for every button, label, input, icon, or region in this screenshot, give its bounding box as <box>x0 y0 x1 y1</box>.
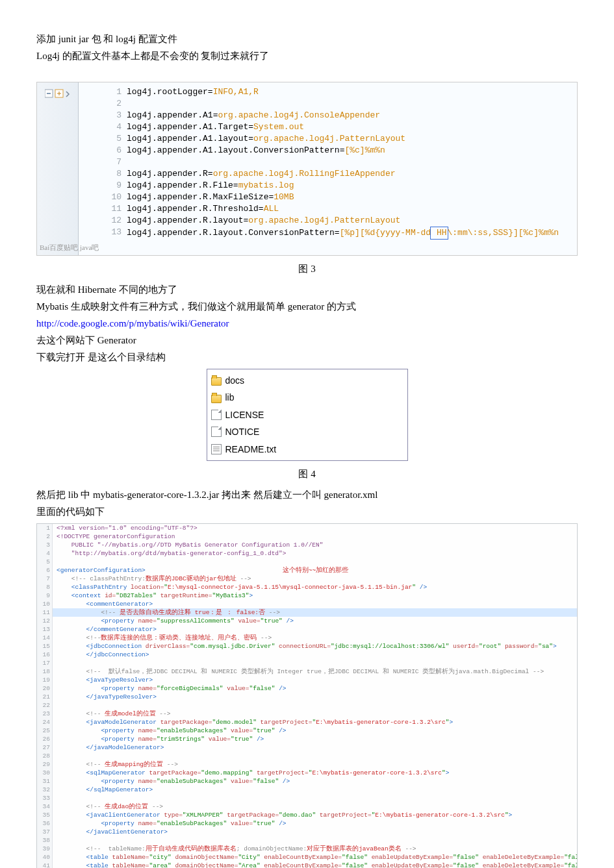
xml-line: <sqlMapGenerator targetPackage="demo.map… <box>53 769 449 777</box>
xml-line: <classPathEntry location="E:\mysql-conne… <box>53 583 427 591</box>
file-row[interactable]: NOTICE <box>211 423 403 440</box>
line-number: 31 <box>37 777 53 786</box>
xml-line: </jdbcConnection> <box>53 651 149 659</box>
xml-line: <property name="forceBigDecimals" value=… <box>53 684 287 693</box>
xml-line: </commentGenerator> <box>53 625 157 634</box>
generator-folder-listing: docslibLICENSENOTICEREADME.txt <box>207 369 408 461</box>
line-number: 1 <box>85 86 127 98</box>
line-number: 12 <box>85 215 127 227</box>
line-number: 11 <box>37 608 53 617</box>
figure-4-caption: 图 4 <box>36 466 578 482</box>
xml-line: <commentGenerator> <box>53 600 153 608</box>
file-name: NOTICE <box>225 425 260 439</box>
watermark-text: Bai百度贴吧 java吧 <box>40 242 99 254</box>
code-line: log4j.appender.A1=org.apache.log4j.Conso… <box>127 110 380 121</box>
line-number: 7 <box>85 156 127 168</box>
line-number: 9 <box>85 180 127 192</box>
xml-line <box>53 836 60 845</box>
xml-line: <table tableName="city" domainObjectName… <box>53 853 578 862</box>
line-number: 5 <box>37 558 53 566</box>
line-number: 13 <box>85 227 127 240</box>
log4j-code[interactable]: 1log4j.rootLogger=INFO,A1,R2 3log4j.appe… <box>85 82 577 243</box>
file-name: README.txt <box>225 442 277 456</box>
xml-line: <?xml version="1.0" encoding="UTF-8"?> <box>53 524 198 532</box>
xml-line: <property name="trimStrings" value="true… <box>53 735 264 743</box>
code-line: log4j.appender.R.File=mybatis.log <box>127 180 294 192</box>
line-number: 21 <box>37 693 53 701</box>
xml-line <box>53 701 60 710</box>
line-number: 5 <box>85 133 127 145</box>
line-number: 3 <box>37 541 53 549</box>
generator-url-link[interactable]: http://code.google.com/p/mybatis/wiki/Ge… <box>36 318 229 329</box>
xml-line: <generatorConfiguration> 这个特别~~加红的那些 <box>53 566 348 575</box>
code-line: log4j.appender.R.layout.ConversionPatter… <box>127 227 559 240</box>
xml-line: <!-- 默认false，把JDBC DECIMAL 和 NUMERIC 类型解… <box>53 667 544 676</box>
generator-xml-editor[interactable]: 1<?xml version="1.0" encoding="UTF-8"?>2… <box>36 523 578 868</box>
file-icon <box>211 410 222 420</box>
xml-line <box>53 794 60 802</box>
line-number: 8 <box>85 168 127 180</box>
line-number: 33 <box>37 794 53 802</box>
xml-line: PUBLIC "-//mybatis.org//DTD MyBatis Gene… <box>53 541 323 549</box>
file-row[interactable]: README.txt <box>211 441 403 458</box>
file-icon <box>211 427 222 437</box>
line-number: 7 <box>37 575 53 583</box>
line-number: 39 <box>37 845 53 853</box>
xml-line: <!DOCTYPE generatorConfiguration <box>53 532 175 541</box>
figure-3-caption: 图 3 <box>36 261 578 277</box>
xml-line: <table tableName="area" domainObjectName… <box>53 862 578 868</box>
file-row[interactable]: docs <box>211 372 403 389</box>
xml-line: </javaClientGenerator> <box>53 828 168 836</box>
line-number: 41 <box>37 862 53 868</box>
mid-p4: 去这个网站下 Generator <box>36 332 578 348</box>
line-number: 15 <box>37 642 53 651</box>
line-number: 38 <box>37 836 53 845</box>
line-number: 29 <box>37 760 53 769</box>
after4-p1: 然后把 lib 中 mybatis-generator-core-1.3.2.j… <box>36 487 578 502</box>
xml-line: <!-- 生成mapping的位置 --> <box>53 760 178 769</box>
line-number: 9 <box>37 591 53 600</box>
intro-line-1: 添加 junit jar 包 和 log4j 配置文件 <box>36 31 578 47</box>
xml-line: <javaClientGenerator type="XMLMAPPER" ta… <box>53 811 512 819</box>
code-line: log4j.appender.A1.Target=System.out <box>127 121 304 133</box>
line-number: 17 <box>37 659 53 667</box>
xml-line: <property name="suppressAllComments" val… <box>53 617 294 625</box>
xml-line: <context id="DB2Tables" targetRuntime="M… <box>53 591 253 600</box>
line-number: 25 <box>37 726 53 735</box>
file-name: docs <box>225 373 245 388</box>
code-line: log4j.appender.R.Threshold=ALL <box>127 203 279 215</box>
xml-line: <javaTypeResolver> <box>53 676 153 684</box>
line-number: 32 <box>37 786 53 794</box>
xml-line: <property name="enableSubPackages" value… <box>53 819 287 828</box>
after4-p2: 里面的代码如下 <box>36 504 578 519</box>
line-number: 4 <box>85 121 127 133</box>
file-row[interactable]: lib <box>211 389 403 406</box>
line-number: 13 <box>37 625 53 634</box>
code-line: log4j.appender.A1.layout=org.apache.log4… <box>127 133 405 145</box>
line-number: 34 <box>37 802 53 811</box>
file-row[interactable]: LICENSE <box>211 406 403 423</box>
xml-line <box>53 659 60 667</box>
xml-line: <!-- 生成model的位置 --> <box>53 710 170 718</box>
line-number: 11 <box>85 203 127 215</box>
xml-line: </javaTypeResolver> <box>53 693 157 701</box>
txt-icon <box>211 444 222 454</box>
xml-line <box>53 558 60 566</box>
xml-line: <jdbcConnection driverClass="com.mysql.j… <box>53 642 557 651</box>
xml-line: <!-- 生成dao的位置 --> <box>53 802 163 811</box>
line-number: 40 <box>37 853 53 862</box>
mid-p2: Mybatis 生成映射文件有三种方式，我们做这个就用最简单 generator… <box>36 299 578 314</box>
line-number: 23 <box>37 710 53 718</box>
line-number: 19 <box>37 676 53 684</box>
line-number: 37 <box>37 828 53 836</box>
fold-toggle-icon[interactable] <box>45 88 71 99</box>
code-line: log4j.appender.R.MaxFileSize=10MB <box>127 192 294 203</box>
editor-gutter <box>37 82 79 255</box>
line-number: 12 <box>37 617 53 625</box>
line-number: 6 <box>85 145 127 156</box>
xml-line: </sqlMapGenerator> <box>53 786 153 794</box>
xml-line: <!--数据库连接的信息：驱动类、连接地址、用户名、密码 --> <box>53 634 272 642</box>
line-number: 1 <box>37 524 53 532</box>
folder-icon <box>211 393 222 403</box>
xml-line: "http://mybatis.org/dtd/mybatis-generato… <box>53 549 286 558</box>
